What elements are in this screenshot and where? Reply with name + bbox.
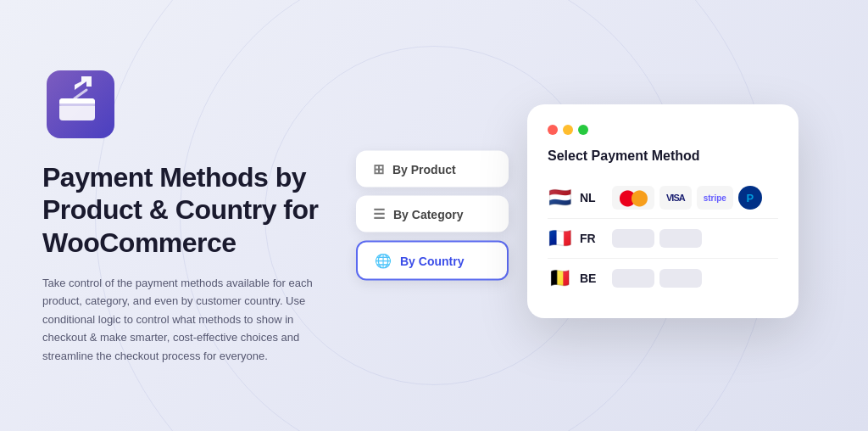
payment-methods-nl: ⬤⬤ VISA stripe P (612, 186, 778, 210)
country-row-nl: 🇳🇱 NL ⬤⬤ VISA stripe P (548, 177, 778, 219)
tabs-stack: ⊞ By Product ☰ By Category 🌐 By Country (356, 151, 509, 281)
tab-country-icon: 🌐 (375, 253, 392, 269)
svg-rect-3 (59, 104, 95, 106)
flag-be: 🇧🇪 (548, 267, 571, 289)
badge-gray-be-2 (659, 269, 702, 288)
payment-method-card: Select Payment Method 🇳🇱 NL ⬤⬤ VISA stri… (527, 104, 798, 318)
badge-gray-fr-2 (659, 229, 702, 248)
badge-paypal: P (738, 186, 762, 210)
tab-product-icon: ⊞ (373, 161, 384, 177)
badge-gray-fr-1 (612, 229, 654, 248)
tab-by-product[interactable]: ⊞ By Product (356, 151, 509, 188)
code-nl: NL (580, 191, 604, 204)
right-section: ⊞ By Product ☰ By Category 🌐 By Country … (356, 0, 868, 431)
badge-mastercard: ⬤⬤ (612, 186, 654, 210)
tab-by-category[interactable]: ☰ By Category (356, 196, 509, 232)
traffic-lights (548, 125, 778, 135)
tab-product-label: By Product (392, 162, 456, 176)
tab-country-label: By Country (400, 254, 464, 267)
payment-card-title: Select Payment Method (548, 148, 778, 164)
tab-category-icon: ☰ (373, 206, 385, 222)
flag-fr: 🇫🇷 (548, 227, 571, 249)
country-row-fr: 🇫🇷 FR (548, 219, 778, 259)
badge-stripe: stripe (697, 186, 733, 210)
country-row-be: 🇧🇪 BE (548, 259, 778, 298)
left-section: Payment Methods by Product & Country for… (0, 32, 356, 399)
dot-yellow (563, 125, 573, 135)
payment-methods-fr (612, 229, 778, 248)
main-title: Payment Methods by Product & Country for… (42, 161, 322, 259)
payment-methods-be (612, 269, 778, 288)
badge-visa: VISA (659, 186, 692, 210)
dot-red (548, 125, 558, 135)
dot-green (578, 125, 588, 135)
code-fr: FR (580, 232, 604, 245)
code-be: BE (580, 271, 604, 285)
description: Take control of the payment methods avai… (42, 274, 322, 365)
flag-nl: 🇳🇱 (548, 187, 571, 209)
tab-by-country[interactable]: 🌐 By Country (356, 241, 509, 281)
badge-gray-be-1 (612, 269, 654, 288)
tab-category-label: By Category (393, 207, 463, 221)
plugin-logo (42, 66, 119, 143)
